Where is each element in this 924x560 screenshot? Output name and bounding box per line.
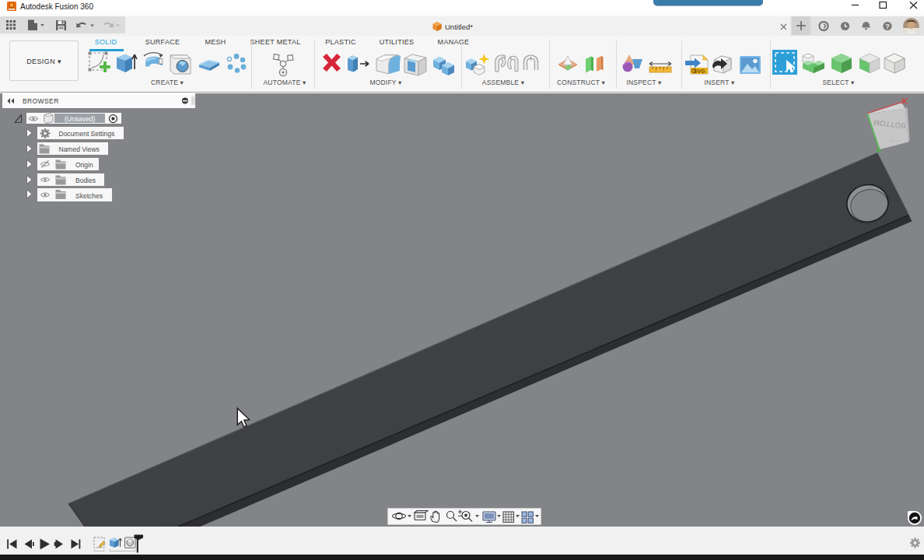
svg-text:?: ? (885, 23, 890, 30)
